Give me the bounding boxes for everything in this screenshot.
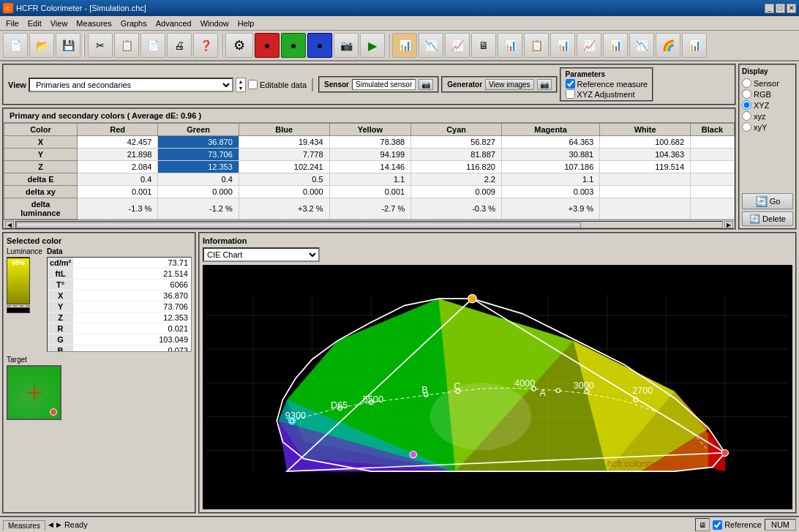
measure-button[interactable]: ⚙ xyxy=(225,33,253,58)
col-header-yellow: Yellow xyxy=(329,124,411,136)
scroll-thumb[interactable] xyxy=(16,222,581,228)
generator-icon-button[interactable]: 📷 xyxy=(537,79,552,90)
chart7-button[interactable]: 📊 xyxy=(550,33,575,58)
cell-x-blue: 19.434 xyxy=(239,136,329,149)
go-button[interactable]: 🔄 Go xyxy=(742,193,793,209)
scroll-left-arrow[interactable]: ◀ xyxy=(48,521,53,528)
display-xyz-small-option[interactable]: xyz xyxy=(742,111,793,121)
cell-y-magenta: 30.881 xyxy=(501,149,599,161)
close-button[interactable]: ✕ xyxy=(787,4,796,13)
menu-view[interactable]: View xyxy=(46,18,72,29)
open-button[interactable]: 📂 xyxy=(29,33,54,58)
measures-tab[interactable]: Measures xyxy=(3,520,45,531)
row-de-header: delta E xyxy=(4,173,78,186)
view-dropdown[interactable]: Primaries and secondaries Gradation Near… xyxy=(29,78,233,92)
app-icon: C xyxy=(3,3,13,13)
display-radio-group: Sensor RGB XYZ xyz xyY xyxy=(742,78,793,132)
color-blue-button[interactable]: ● xyxy=(307,33,332,58)
play-button[interactable]: ▶ xyxy=(360,33,385,58)
chart2-button[interactable]: 📉 xyxy=(419,33,443,58)
menu-measures[interactable]: Measures xyxy=(72,18,116,29)
ref-measure-item: Reference measure xyxy=(566,79,648,89)
save-button[interactable]: 💾 xyxy=(56,33,80,58)
col-header-blue: Blue xyxy=(239,124,329,136)
scroll-right-btn[interactable]: ▶ xyxy=(724,221,733,228)
horizontal-scrollbar[interactable]: ◀ ▶ xyxy=(4,220,735,228)
chart9-button[interactable]: 📊 xyxy=(603,33,628,58)
col-header-red: Red xyxy=(78,124,158,136)
display-panel: Display Sensor RGB XYZ xyz xyxy=(738,64,797,230)
new-button[interactable]: 📄 xyxy=(3,33,28,58)
menu-edit[interactable]: Edit xyxy=(23,18,46,29)
cell-y-white: 104.363 xyxy=(600,149,691,161)
cell-z-magenta: 107.186 xyxy=(501,161,599,173)
row-y-header: Y xyxy=(4,149,78,161)
table-row: delta xy 0.001 0.000 0.000 0.001 0.009 0… xyxy=(4,186,735,198)
chart8-button[interactable]: 📈 xyxy=(577,33,601,58)
display-xyy-option[interactable]: xyY xyxy=(742,122,793,132)
table-row: delta luminance -1.3 % -1.2 % +3.2 % -2.… xyxy=(4,198,735,220)
chart11-button[interactable]: 🌈 xyxy=(656,33,680,58)
display-rgb-option[interactable]: RGB xyxy=(742,89,793,99)
chart3-button[interactable]: 📈 xyxy=(445,33,470,58)
sensor-label: Sensor xyxy=(324,80,349,89)
color-green-button[interactable]: ● xyxy=(281,33,306,58)
cell-z-black xyxy=(691,161,735,173)
cell-dxy-magenta: 0.003 xyxy=(501,186,599,198)
xyz-adjust-checkbox[interactable] xyxy=(566,89,575,99)
reference-label: Reference xyxy=(724,520,762,529)
help-button[interactable]: ❓ xyxy=(193,33,218,58)
data-table: Color Red Green Blue Yellow Cyan Magenta… xyxy=(4,123,735,220)
cie-chart-area: 9300 D65 5500 B C 4000 3000 2700 A xyxy=(203,265,792,509)
sensor-value: Simulated sensor xyxy=(352,79,416,90)
delete-button[interactable]: 🔄 Delete xyxy=(742,211,793,226)
display-sensor-option[interactable]: Sensor xyxy=(742,78,793,88)
data-scroll[interactable]: cd/m²73.71 ftL21.514 T°6066 X36.870 Y73.… xyxy=(47,257,192,352)
cell-dxy-white xyxy=(600,186,691,198)
sensor-button[interactable]: 📷 xyxy=(419,79,433,90)
print-button[interactable]: 🖨 xyxy=(167,33,192,58)
bottom-panels: Selected color Luminance 98% xyxy=(2,232,797,514)
chart5-button[interactable]: 📊 xyxy=(498,33,522,58)
chart4-button[interactable]: 🖥 xyxy=(471,33,496,58)
color-red-button[interactable]: ● xyxy=(255,33,280,58)
cell-de-cyan: 2.2 xyxy=(411,173,502,186)
menu-help[interactable]: Help xyxy=(233,18,259,29)
chart12-button[interactable]: 📊 xyxy=(682,33,707,58)
cell-dxy-green: 0.000 xyxy=(158,186,239,198)
scroll-right-arrow[interactable]: ▶ xyxy=(56,521,61,528)
data-inner-table: cd/m²73.71 ftL21.514 T°6066 X36.870 Y73.… xyxy=(48,258,191,352)
menu-advanced[interactable]: Advanced xyxy=(151,18,196,29)
data-table-container: Primary and secondary colors ( Average d… xyxy=(2,108,736,230)
title-bar: C HCFR Colorimeter - [Simulation.chc] _ … xyxy=(0,0,799,16)
cell-y-green-hl: 73.706 xyxy=(158,149,239,161)
display-xyz-option[interactable]: XYZ xyxy=(742,100,793,110)
temp-9300: 9300 xyxy=(285,411,306,421)
scroll-left-btn[interactable]: ◀ xyxy=(5,221,14,228)
menu-graphs[interactable]: Graphs xyxy=(116,18,151,29)
camera-button[interactable]: 📷 xyxy=(334,33,359,58)
chart6-button[interactable]: 📋 xyxy=(524,33,549,58)
generator-label: Generator xyxy=(447,80,482,89)
menu-window[interactable]: Window xyxy=(196,18,233,29)
ref-measure-checkbox[interactable] xyxy=(566,79,575,89)
view-images-button[interactable]: View images xyxy=(485,79,534,90)
copy-button[interactable]: 📋 xyxy=(114,33,139,58)
target-dot xyxy=(50,408,57,416)
go-label: Go xyxy=(770,197,781,206)
chart-type-dropdown[interactable]: CIE Chart Spectral Color gamut xyxy=(203,247,320,262)
chart10-button[interactable]: 📉 xyxy=(629,33,654,58)
cell-y-black xyxy=(691,149,735,161)
table-row: X 42.457 36.870 19.434 78.388 56.827 64.… xyxy=(4,136,735,149)
cut-button[interactable]: ✂ xyxy=(88,33,113,58)
editable-data-checkbox[interactable] xyxy=(248,80,258,89)
restore-button[interactable]: □ xyxy=(776,4,785,13)
chart1-button[interactable]: 📊 xyxy=(392,33,417,58)
target-section: Target xyxy=(7,355,192,420)
reference-checkbox[interactable] xyxy=(713,520,722,530)
minimize-button[interactable]: _ xyxy=(765,4,774,13)
menu-file[interactable]: File xyxy=(1,18,23,29)
paste-button[interactable]: 📄 xyxy=(140,33,165,58)
scroll-track[interactable] xyxy=(15,221,723,228)
scroll-up-down[interactable]: ▲ ▼ xyxy=(236,78,246,92)
